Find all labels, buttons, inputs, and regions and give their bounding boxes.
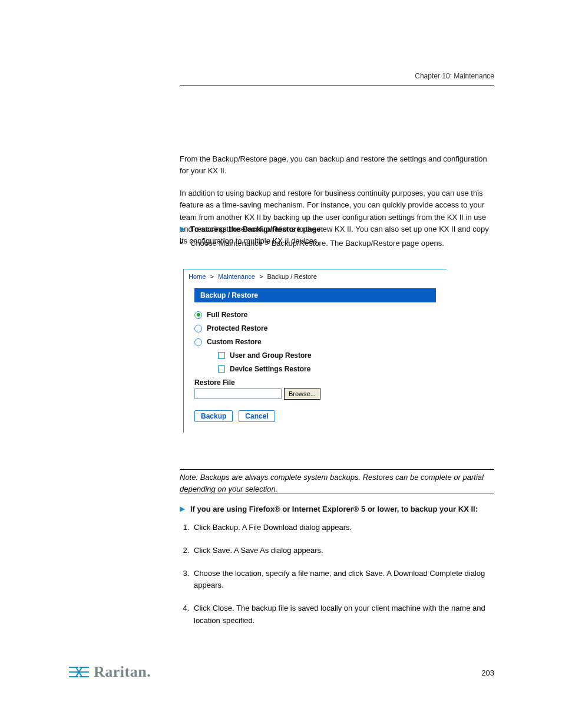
breadcrumb-maintenance[interactable]: Maintenance [218, 273, 255, 280]
browse-button[interactable]: Browse... [284, 388, 320, 400]
breadcrumb-sep-icon: > [207, 273, 216, 280]
triangle-right-icon: ▶ [180, 504, 190, 514]
brand-mark-icon [68, 664, 90, 680]
numbered-steps: Click Backup. A File Download dialog app… [180, 522, 494, 638]
step-2: Click Save. A Save As dialog appears. [191, 545, 494, 557]
radio-full-restore[interactable] [194, 311, 202, 319]
label-custom-restore: Custom Restore [207, 338, 262, 346]
label-user-group-restore: User and Group Restore [230, 351, 312, 360]
triangle-right-icon: ▶ [180, 224, 190, 234]
instruction-block-access: ▶ To access the Backup/Restore page: • C… [180, 224, 494, 252]
note-divider-top [180, 469, 494, 470]
breadcrumb-sep-icon: > [257, 273, 265, 280]
restore-file-input[interactable] [194, 388, 282, 399]
step-3: Choose the location, specify a file name… [191, 568, 494, 592]
breadcrumb-home[interactable]: Home [189, 273, 206, 280]
radio-custom-restore[interactable] [194, 338, 202, 346]
label-protected-restore: Protected Restore [207, 324, 267, 332]
bullet-icon: • [180, 238, 190, 249]
label-device-settings-restore: Device Settings Restore [230, 365, 310, 373]
instruction-heading-2: If you are using Firefox® or Internet Ex… [190, 504, 478, 515]
note-text: Note: Backups are always complete system… [180, 472, 494, 495]
step-4: Click Close. The backup file is saved lo… [191, 602, 494, 627]
backup-button[interactable]: Backup [194, 410, 233, 422]
instruction-block-backup: ▶ If you are using Firefox® or Internet … [180, 504, 494, 518]
instruction-bullet: Choose Maintenance > Backup/Restore. The… [190, 238, 444, 249]
breadcrumb: Home > Maintenance > Backup / Restore [184, 269, 447, 288]
breadcrumb-current: Backup / Restore [267, 273, 316, 280]
label-full-restore: Full Restore [207, 311, 247, 319]
brand-logo: Raritan. [68, 663, 151, 681]
restore-options: Full Restore Protected Restore Custom Re… [194, 311, 436, 373]
checkbox-device-settings-restore[interactable] [218, 365, 225, 373]
chapter-label: Chapter 10: Maintenance [180, 72, 494, 80]
note-divider-bottom [180, 493, 494, 493]
restore-file-label: Restore File [194, 378, 436, 387]
header-divider [180, 85, 494, 85]
backup-restore-panel: Home > Maintenance > Backup / Restore Ba… [183, 269, 447, 433]
cancel-button[interactable]: Cancel [239, 410, 275, 422]
panel-title: Backup / Restore [194, 288, 436, 302]
step-1: Click Backup. A File Download dialog app… [191, 522, 494, 534]
paragraph-1: From the Backup/Restore page, you can ba… [180, 153, 494, 177]
instruction-heading: To access the Backup/Restore page: [190, 224, 323, 235]
page-number: 203 [481, 668, 494, 677]
radio-protected-restore[interactable] [194, 325, 202, 332]
brand-name: Raritan. [94, 663, 151, 681]
checkbox-user-group-restore[interactable] [218, 352, 225, 359]
